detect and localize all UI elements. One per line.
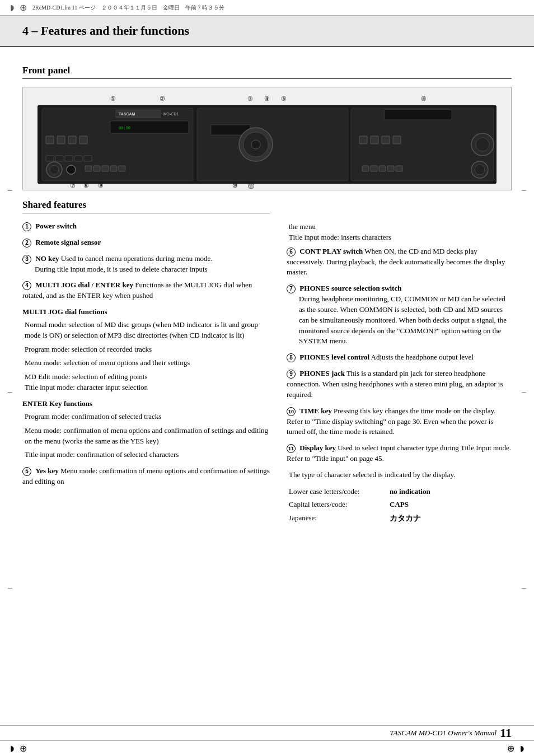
feature-item-1: 1 Power switch [22,221,270,232]
feature-item-4: 4 MULTI JOG dial / ENTER key Functions a… [22,280,270,301]
feature-title-4: MULTI JOG dial / ENTER key [35,281,133,289]
shared-features-header: Shared features [22,199,270,213]
callout-7: ⑦ [70,182,76,189]
right-column: the menu Title input mode: inserts chara… [287,199,512,525]
device-body-svg: TASCAM MD-CD1 00:00 [38,105,496,184]
feature-title-6: CONT PLAY switch [299,247,363,255]
feature-inline-desc-5: Menu mode: confirmation of menu options … [22,466,270,486]
feature-number-7: 7 [287,284,296,293]
svg-rect-18 [74,156,82,161]
feature-item-8: 8 PHONES level control Adjusts the headp… [287,352,512,363]
feature-number-4: 4 [22,281,31,290]
svg-rect-12 [57,136,65,144]
bottom-mark-left: ◗ [10,744,14,753]
top-bar: ◗ ⊕ 2ReMD-CD1.fm 11 ページ ２００４年１１月５日 金曜日 午… [0,0,534,16]
svg-rect-41 [396,166,402,171]
feature-number-5: 5 [22,467,31,476]
char-label-2: Japanese: [289,511,378,525]
callout-3: ③ [247,95,253,102]
left-column: Shared features 1 Power switch 2 Remote … [22,199,270,525]
feature-item-5: 5 Yes key Menu mode: confirmation of men… [22,466,270,487]
feature-number-3: 3 [22,255,31,264]
svg-rect-13 [68,136,76,144]
margin-mark-left-2 [8,392,12,393]
feature-number-1: 1 [22,222,31,231]
feature-item-3: 3 NO key Used to cancel menu operations … [22,254,270,275]
top-corner-mark-left: ◗ [10,3,14,12]
margin-mark-left-1 [8,190,12,191]
multi-jog-functions: MULTI JOG dial functions Normal mode: se… [22,307,270,393]
svg-rect-17 [65,156,73,161]
item5-continuation: the menu Title input mode: inserts chara… [289,222,512,243]
multi-jog-para-1: Program mode: selection of recorded trac… [25,344,270,355]
main-content: Front panel ① ② ③ ④ ⑤ ⑥ [0,47,534,559]
feature-title-3: NO key [35,254,59,263]
crosshair-icon-bottom-right: ⊕ [507,743,514,754]
multi-jog-para-3: MD Edit mode: selection of editing point… [25,372,270,393]
svg-rect-14 [79,136,87,144]
callout-2: ② [160,95,165,102]
char-table: Lower case letters/code: no indication C… [289,485,512,525]
feature-title-1: Power switch [35,222,77,230]
feature-number-8: 8 [287,353,296,362]
svg-point-43 [475,165,485,175]
enter-key-para-2: Title input mode: confirmation of select… [25,450,270,460]
feature-number-6: 6 [287,248,296,256]
svg-rect-26 [393,136,401,144]
callout-10: ⑩ [232,182,238,189]
svg-text:00:00: 00:00 [119,126,130,130]
callout-8: ⑧ [83,182,89,189]
svg-rect-24 [371,136,378,144]
margin-mark-right-3 [522,588,526,589]
svg-rect-38 [371,166,377,171]
feature-title-5: Yes key [35,466,59,475]
feature-inline-desc-3: Used to cancel menu operations during me… [61,254,213,263]
svg-rect-33 [93,166,100,171]
feature-title-11: Display key [299,444,336,452]
feature-number-9: 9 [287,370,296,379]
feature-title-7: PHONES source selection switch [299,284,401,292]
char-row-2: Japanese: カタカナ [289,511,512,525]
char-label-0: Lower case letters/code: [289,485,378,498]
feature-title-9: PHONES jack [299,369,345,377]
feature-number-2: 2 [22,239,31,248]
feature-desc-7: During headphone monitoring, CD, COMMON … [299,294,512,347]
top-bar-text: 2ReMD-CD1.fm 11 ページ ２００４年１１月５日 金曜日 午前７時３… [32,4,224,12]
device-image-area: ① ② ③ ④ ⑤ ⑥ [22,87,512,190]
char-value-2: カタカナ [390,511,421,525]
svg-point-31 [67,165,76,174]
svg-rect-11 [46,136,54,144]
callout-9: ⑨ [98,182,104,189]
crosshair-icon-bottom-left: ⊕ [20,743,27,754]
bottom-mark-right: ◗ [520,744,524,753]
two-col-layout: Shared features 1 Power switch 2 Remote … [22,199,512,525]
feature-item-6: 6 CONT PLAY switch When ON, the CD and M… [287,246,512,278]
chapter-header: 4 – Features and their functions [0,16,534,47]
callout-1: ① [110,95,116,102]
enter-key-para-0: Program mode: confirmation of selected t… [25,412,270,422]
footer-text: TASCAM MD-CD1 Owner's Manual [390,729,497,738]
display-key-continuation: The type of character selected is indica… [289,470,512,480]
multi-jog-para-2: Menu mode: selection of menu options and… [25,358,270,368]
feature-title-2: Remote signal sensor [35,238,101,246]
char-row-1: Capital letters/code: CAPS [289,498,512,511]
svg-rect-34 [102,166,109,171]
front-panel-title: Front panel [22,65,70,76]
device-svg: ① ② ③ ④ ⑤ ⑥ [38,95,496,182]
svg-point-28 [476,138,489,151]
svg-point-22 [251,140,260,149]
svg-rect-16 [55,156,63,161]
svg-text:MD-CD1: MD-CD1 [163,112,179,116]
feature-title-8: PHONES level control [299,353,369,361]
front-panel-section-header: Front panel [22,65,512,79]
bottom-bar: ◗ ⊕ ⊕ ◗ [0,740,534,756]
feature-desc-3: During title input mode, it is used to d… [35,264,270,275]
crosshair-icon-top-left: ⊕ [20,2,27,13]
enter-key-functions: ENTER Key functions Program mode: confir… [22,399,270,460]
callout-5: ⑤ [281,95,287,102]
svg-rect-19 [84,156,92,161]
margin-mark-right-1 [522,190,526,191]
footer-page-num: 11 [500,726,512,740]
svg-rect-39 [379,166,386,171]
svg-rect-10 [385,110,452,120]
